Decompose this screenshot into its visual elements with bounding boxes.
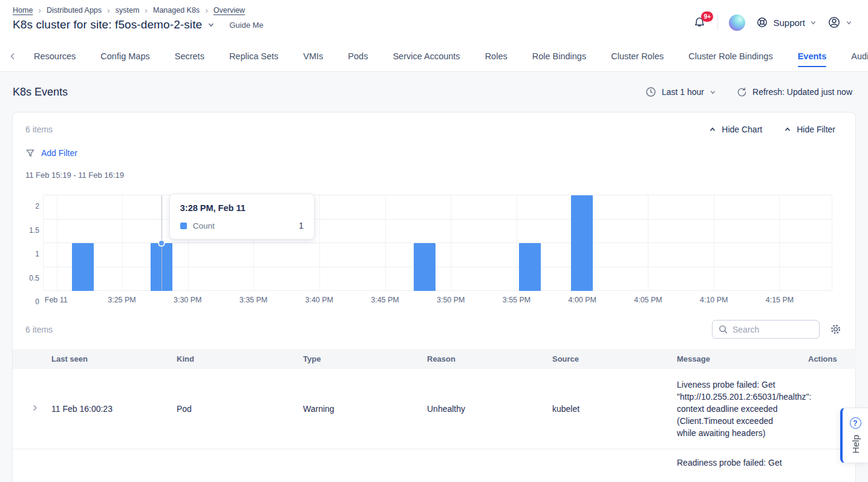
search-input[interactable] <box>733 325 805 334</box>
events-chart[interactable]: 00.511.52 Feb 113:25 PM3:30 PM3:35 PM3:4… <box>13 189 855 308</box>
column-header-source: Source <box>552 349 677 369</box>
y-axis-tick-label: 0 <box>13 298 39 306</box>
x-axis-tick-label: 3:55 PM <box>503 296 531 304</box>
cell-source: kubelet <box>552 369 677 449</box>
help-widget[interactable]: ? Help <box>840 408 868 463</box>
tab-vmis[interactable]: VMIs <box>303 48 323 65</box>
tab-secrets[interactable]: Secrets <box>175 48 204 65</box>
assistant-orb-icon[interactable] <box>729 15 745 31</box>
page-title: K8s cluster for site: f5os-demo-2-site <box>13 18 202 31</box>
chevron-up-icon <box>784 126 791 133</box>
cell-type <box>303 449 427 482</box>
table-row[interactable]: 11 Feb 16:00:23 Pod Warning Unhealthy ku… <box>13 369 857 449</box>
support-menu[interactable]: Support <box>756 16 817 28</box>
refresh-label: Refresh: Updated just now <box>752 87 852 97</box>
y-axis-tick-label: 1 <box>13 250 39 258</box>
resource-tabbar: ResourcesConfig MapsSecretsReplica SetsV… <box>0 41 868 72</box>
account-chevron-down-icon <box>846 19 852 26</box>
chevron-up-icon <box>709 126 716 133</box>
breadcrumb-item[interactable]: Distributed Apps <box>47 6 102 15</box>
time-range-label: Last 1 hour <box>662 87 704 97</box>
add-filter-button[interactable]: Add Filter <box>25 148 77 158</box>
chart-tooltip: 3:28 PM, Feb 11 Count 1 <box>169 194 315 239</box>
cell-type: Warning <box>303 369 427 449</box>
x-axis-tick-label: 4:10 PM <box>700 296 728 304</box>
add-filter-label: Add Filter <box>41 148 77 158</box>
x-axis-tick-label: Feb 11 <box>45 296 68 304</box>
tooltip-value: 1 <box>299 221 304 230</box>
chart-bar[interactable] <box>519 243 541 291</box>
tab-audit-logs[interactable]: Audit Logs <box>851 48 868 65</box>
column-header-last-seen: Last seen <box>51 349 177 369</box>
tab-role-bindings[interactable]: Role Bindings <box>532 48 586 65</box>
events-table: Last seenKindTypeReasonSourceMessageActi… <box>13 349 857 482</box>
x-axis-tick-label: 4:05 PM <box>634 296 662 304</box>
column-header-reason: Reason <box>427 349 552 369</box>
cell-source <box>552 449 677 482</box>
cell-last-seen: 11 Feb 16:00:23 <box>51 369 177 449</box>
breadcrumb-separator-icon: › <box>205 6 208 15</box>
breadcrumb-item[interactable]: Overview <box>214 6 245 15</box>
search-box[interactable] <box>712 320 820 339</box>
app-header: Home›Distributed Apps›system›Managed K8s… <box>0 0 868 41</box>
chart-bar[interactable] <box>414 243 436 291</box>
tab-service-accounts[interactable]: Service Accounts <box>393 48 460 65</box>
title-chevron-down-icon[interactable] <box>207 21 215 28</box>
hide-filter-button[interactable]: Hide Filter <box>784 125 835 134</box>
filter-funnel-icon <box>25 148 35 158</box>
time-range-select[interactable]: Last 1 hour <box>645 86 716 97</box>
breadcrumb-separator-icon: › <box>145 6 148 15</box>
y-axis-tick-label: 1.5 <box>13 226 39 235</box>
hide-chart-button[interactable]: Hide Chart <box>709 125 762 134</box>
notifications-badge: 9+ <box>701 11 713 22</box>
x-axis-tick-label: 4:00 PM <box>568 296 596 304</box>
account-menu[interactable] <box>827 16 852 29</box>
x-axis-tick-label: 3:25 PM <box>108 296 136 304</box>
guide-me-link[interactable]: Guide Me <box>229 21 263 30</box>
events-panel: 6 items Hide Chart Hide Filter Add Filte… <box>12 112 856 482</box>
notifications-button[interactable]: 9+ <box>693 16 706 30</box>
breadcrumb: Home›Distributed Apps›system›Managed K8s… <box>13 6 264 15</box>
row-expand-chevron-icon[interactable] <box>31 404 39 412</box>
table-header-row: Last seenKindTypeReasonSourceMessageActi… <box>13 349 857 369</box>
table-row[interactable]: Readiness probe failed: Get <box>13 449 857 482</box>
chart-bar[interactable] <box>72 243 94 291</box>
breadcrumb-separator-icon: › <box>38 6 41 15</box>
column-header-actions: Actions <box>808 349 857 369</box>
table-settings-button[interactable] <box>830 324 841 335</box>
tab-resources[interactable]: Resources <box>34 48 76 65</box>
tab-replica-sets[interactable]: Replica Sets <box>229 48 278 65</box>
breadcrumb-item[interactable]: Home <box>13 6 33 15</box>
y-axis-tick-label: 0.5 <box>13 274 39 282</box>
chart-plot[interactable] <box>43 195 832 291</box>
tab-cluster-role-bindings[interactable]: Cluster Role Bindings <box>688 48 772 65</box>
tab-roles[interactable]: Roles <box>485 48 507 65</box>
cell-last-seen <box>51 449 177 482</box>
tab-pods[interactable]: Pods <box>348 48 368 65</box>
cell-reason: Unhealthy <box>427 369 552 449</box>
tooltip-title: 3:28 PM, Feb 11 <box>180 203 304 213</box>
tabs-scroll-left-button[interactable] <box>8 52 17 60</box>
column-header-type: Type <box>303 349 427 369</box>
cell-kind: Pod <box>177 369 303 449</box>
search-icon <box>719 325 728 334</box>
column-header-message: Message <box>677 349 808 369</box>
breadcrumb-item[interactable]: Managed K8s <box>153 6 200 15</box>
x-axis-tick-label: 3:30 PM <box>174 296 202 304</box>
header-divider <box>717 15 718 30</box>
tab-config-maps[interactable]: Config Maps <box>100 48 149 65</box>
tooltip-series-label: Count <box>193 221 215 230</box>
support-label: Support <box>773 18 805 28</box>
lifebuoy-icon <box>756 16 768 28</box>
tab-cluster-roles[interactable]: Cluster Roles <box>611 48 664 65</box>
chart-bar[interactable] <box>571 195 593 291</box>
page-head: K8s Events Last 1 hour Refresh: Updated … <box>0 72 868 112</box>
help-label: Help <box>850 435 861 454</box>
section-title: K8s Events <box>13 86 68 99</box>
y-axis-tick-label: 2 <box>13 202 39 210</box>
chart-date-range: 11 Feb 15:19 - 11 Feb 16:19 <box>25 171 843 180</box>
refresh-button[interactable]: Refresh: Updated just now <box>737 87 852 97</box>
tab-events[interactable]: Events <box>798 48 827 65</box>
breadcrumb-item[interactable]: system <box>116 6 140 15</box>
refresh-icon <box>737 87 747 97</box>
